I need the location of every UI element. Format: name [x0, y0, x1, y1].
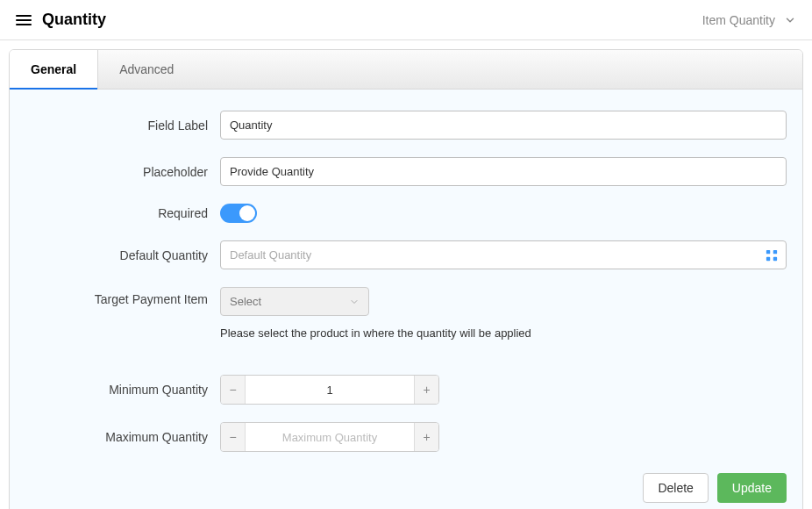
actions: Delete Update — [25, 473, 787, 503]
row-maximum-quantity: Maximum Quantity − + — [25, 422, 787, 452]
svg-rect-0 — [766, 249, 770, 253]
tab-general[interactable]: General — [10, 50, 98, 89]
row-placeholder: Placeholder — [25, 157, 787, 186]
content-wrapper: General Advanced Field Label Placeholder… — [0, 40, 812, 509]
toggle-knob — [239, 205, 255, 221]
minimum-quantity-input[interactable] — [246, 376, 414, 404]
row-required: Required — [25, 204, 787, 223]
chevron-down-icon — [349, 297, 360, 307]
header-left: Quantity — [16, 11, 106, 29]
label-field-label: Field Label — [25, 118, 220, 133]
chevron-down-icon — [784, 14, 796, 26]
max-qty-decrement[interactable]: − — [221, 423, 246, 451]
update-button[interactable]: Update — [717, 473, 787, 503]
row-field-label: Field Label — [25, 111, 787, 140]
target-payment-item-select[interactable]: Select — [220, 287, 369, 316]
label-default-quantity: Default Quantity — [25, 248, 220, 262]
field-type-label: Item Quantity — [702, 13, 775, 27]
menu-icon[interactable] — [16, 15, 32, 25]
target-payment-item-help: Please select the product in where the q… — [220, 326, 787, 340]
field-label-input[interactable] — [220, 111, 787, 140]
tabs: General Advanced — [10, 50, 802, 90]
maximum-quantity-input[interactable] — [246, 423, 414, 451]
svg-rect-3 — [773, 256, 777, 260]
field-type-selector[interactable]: Item Quantity — [702, 13, 796, 27]
svg-rect-1 — [773, 249, 777, 253]
minimum-quantity-stepper: − + — [220, 375, 439, 405]
row-minimum-quantity: Minimum Quantity − + — [25, 375, 787, 405]
max-qty-increment[interactable]: + — [414, 423, 438, 451]
label-required: Required — [25, 206, 220, 220]
page-title: Quantity — [42, 11, 106, 29]
default-quantity-input[interactable] — [220, 240, 787, 269]
row-target-payment-item: Target Payment Item Select Please select… — [25, 287, 787, 340]
shortcode-icon[interactable] — [766, 249, 778, 262]
tab-advanced[interactable]: Advanced — [98, 50, 195, 89]
required-toggle[interactable] — [220, 204, 257, 223]
placeholder-input[interactable] — [220, 157, 787, 186]
min-qty-increment[interactable]: + — [414, 376, 438, 404]
maximum-quantity-stepper: − + — [220, 422, 439, 452]
settings-panel: General Advanced Field Label Placeholder… — [9, 49, 803, 509]
header: Quantity Item Quantity — [0, 0, 812, 40]
delete-button[interactable]: Delete — [643, 473, 708, 503]
svg-rect-2 — [766, 256, 770, 260]
row-default-quantity: Default Quantity — [25, 240, 787, 269]
select-placeholder: Select — [230, 295, 261, 308]
min-qty-decrement[interactable]: − — [221, 376, 246, 404]
label-target-payment-item: Target Payment Item — [25, 287, 220, 306]
label-placeholder: Placeholder — [25, 165, 220, 179]
label-maximum-quantity: Maximum Quantity — [25, 430, 220, 444]
panel-body: Field Label Placeholder Required — [10, 90, 802, 509]
label-minimum-quantity: Minimum Quantity — [25, 383, 220, 397]
